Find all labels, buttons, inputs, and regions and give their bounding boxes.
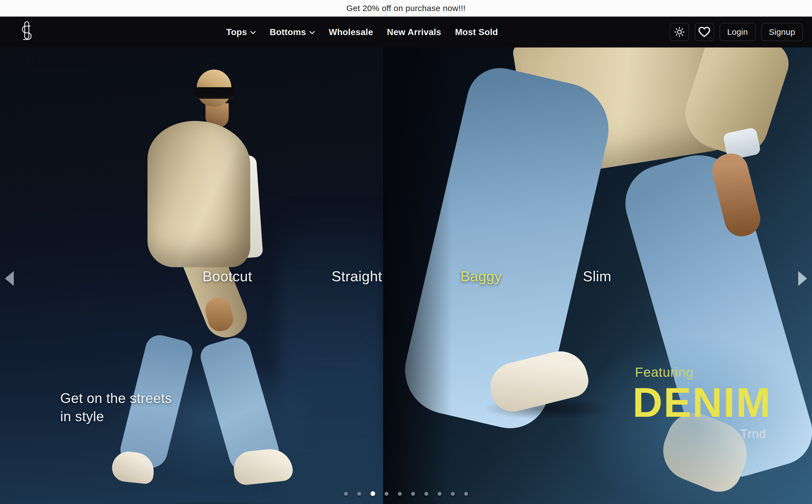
carousel-dot-6[interactable]	[411, 492, 415, 496]
announcement-text: Get 20% off on purchase now!!!	[346, 4, 466, 13]
model-baggy-jeans-shape	[396, 62, 618, 436]
model-jacket-sleeve-shape	[676, 47, 794, 163]
nav-item-bottoms[interactable]: Bottoms	[269, 27, 315, 37]
carousel-dot-1[interactable]	[344, 492, 348, 496]
carousel-dot-2[interactable]	[357, 492, 361, 496]
theme-toggle-button[interactable]	[670, 23, 689, 41]
model-shirt-shape	[553, 47, 632, 156]
promo-suffix: Trnd	[740, 427, 766, 441]
model-jacket-shape	[512, 47, 746, 179]
nav-item-most-sold[interactable]: Most Sold	[455, 27, 498, 37]
next-arrow-icon	[798, 271, 807, 286]
fit-label-baggy: Baggy	[461, 268, 502, 285]
main-nav: Tops Bottoms Wholesale New Arrivals Most…	[226, 17, 498, 47]
signup-button[interactable]: Signup	[761, 23, 803, 41]
model-sneaker-left-shape	[485, 346, 592, 416]
hero-caption-line2: in style	[60, 407, 172, 426]
carousel-next-button[interactable]	[795, 268, 810, 289]
fit-label-slim: Slim	[583, 268, 611, 285]
heart-icon	[698, 26, 710, 38]
nav-item-new-arrivals[interactable]: New Arrivals	[387, 27, 441, 37]
carousel-dot-3[interactable]	[370, 491, 375, 496]
wishlist-button[interactable]	[695, 23, 714, 41]
carousel-dot-7[interactable]	[425, 492, 429, 496]
navbar-actions: Login Signup	[670, 17, 803, 47]
nav-item-label: Wholesale	[329, 27, 373, 37]
promo-title: DENIM	[633, 379, 771, 426]
model-cuff-shape	[723, 127, 761, 160]
carousel-dot-5[interactable]	[398, 492, 402, 496]
hero-carousel: Bootcut Straight Baggy Slim Get on the s…	[0, 47, 812, 504]
carousel-prev-button[interactable]	[2, 268, 17, 289]
nav-item-label: Tops	[226, 27, 247, 37]
nav-item-tops[interactable]: Tops	[226, 27, 256, 37]
announcement-bar: Get 20% off on purchase now!!!	[0, 0, 812, 17]
promo-eyebrow: Featuring	[635, 365, 694, 380]
model-sunglasses-shape	[193, 87, 235, 99]
nav-item-label: New Arrivals	[387, 27, 441, 37]
fit-label-straight: Straight	[331, 268, 382, 285]
nav-item-label: Bottoms	[269, 27, 306, 37]
carousel-dot-8[interactable]	[438, 492, 442, 496]
carousel-dot-10[interactable]	[464, 492, 468, 496]
model-jacket-shape	[147, 121, 250, 267]
brand-logo[interactable]	[19, 20, 34, 44]
navbar: Tops Bottoms Wholesale New Arrivals Most…	[0, 17, 812, 47]
model-jeans-leg-shape	[616, 144, 812, 487]
floor-shadow-shape	[483, 397, 615, 420]
chevron-down-icon	[250, 31, 256, 34]
floor-shadow-shape	[116, 501, 315, 504]
carousel-dot-4[interactable]	[385, 492, 388, 496]
hero-slide-left	[0, 47, 383, 504]
nav-item-wholesale[interactable]: Wholesale	[329, 27, 373, 37]
backdrop-glow-shape	[279, 202, 383, 504]
sj-monogram-icon	[19, 20, 34, 44]
fit-label-bootcut: Bootcut	[202, 268, 252, 285]
carousel-dots	[344, 491, 468, 496]
nav-item-label: Most Sold	[455, 27, 498, 37]
hero-caption: Get on the streets in style	[60, 389, 172, 426]
hero-caption-line1: Get on the streets	[60, 389, 172, 407]
login-button[interactable]: Login	[720, 23, 756, 41]
carousel-dot-9[interactable]	[451, 492, 455, 496]
sun-icon	[674, 26, 685, 38]
prev-arrow-icon	[5, 271, 14, 286]
chevron-down-icon	[309, 31, 315, 34]
model-hand-shape	[709, 150, 764, 240]
